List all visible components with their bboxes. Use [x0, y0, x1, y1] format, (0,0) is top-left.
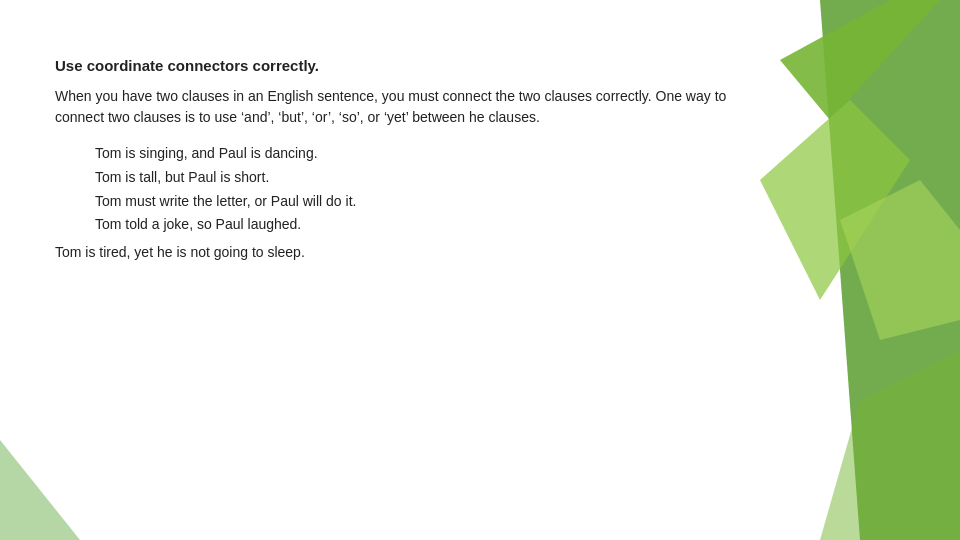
final-line: Tom is tired, yet he is not going to sle…: [55, 241, 740, 265]
example-1: Tom is singing, and Paul is dancing.: [95, 142, 740, 166]
svg-marker-2: [760, 100, 910, 300]
example-3: Tom must write the letter, or Paul will …: [95, 190, 740, 214]
svg-marker-0: [820, 0, 960, 540]
example-2: Tom is tall, but Paul is short.: [95, 166, 740, 190]
svg-marker-3: [840, 180, 960, 340]
examples-block: Tom is singing, and Paul is dancing. Tom…: [95, 142, 740, 237]
svg-marker-4: [820, 350, 960, 540]
main-content: Use coordinate connectors correctly. Whe…: [55, 55, 740, 520]
example-4: Tom told a joke, so Paul laughed.: [95, 213, 740, 237]
slide: Use coordinate connectors correctly. Whe…: [0, 0, 960, 540]
slide-heading: Use coordinate connectors correctly.: [55, 55, 740, 76]
deco-right: [760, 0, 960, 540]
intro-paragraph: When you have two clauses in an English …: [55, 86, 740, 128]
svg-marker-1: [780, 0, 940, 120]
